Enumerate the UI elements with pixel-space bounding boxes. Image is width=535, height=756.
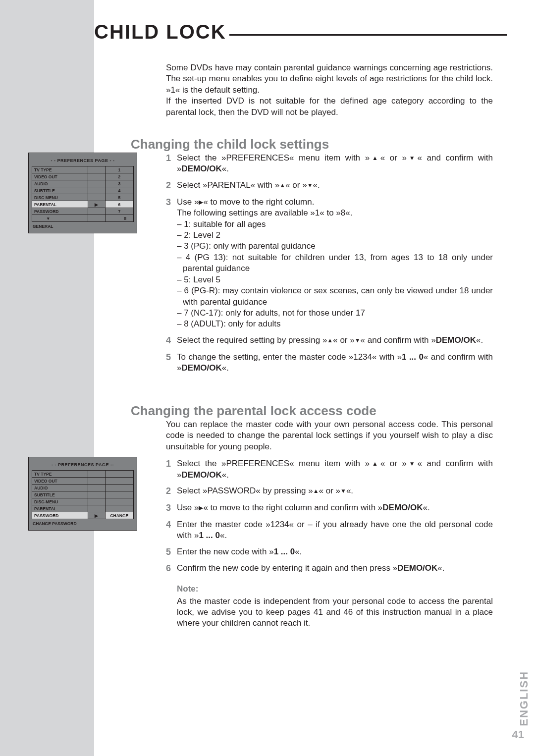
level-desc: – 3 (PG): only with parental guidance	[177, 241, 493, 252]
osd-selected-row: PASSWORD	[32, 512, 88, 519]
up-icon	[370, 459, 380, 468]
step-num: 1	[166, 458, 177, 481]
section-change-settings: 1 Select the »PREFERENCES« menu item wit…	[166, 153, 493, 379]
page-title-text: CHILD LOCK	[94, 21, 226, 43]
page-number: 41	[512, 728, 524, 741]
level-desc: – 8 (ADULT): only for adults	[177, 319, 493, 329]
step-body: Select »PARENTAL« with »« or »«.	[177, 180, 493, 192]
step-body: Select the »PREFERENCES« menu item with …	[177, 458, 493, 481]
step-num: 1	[166, 153, 177, 175]
step-num: 5	[166, 352, 177, 374]
osd-selected-row: PARENTAL	[32, 201, 88, 208]
step-body: Select the »PREFERENCES« menu item with …	[177, 153, 493, 175]
step-num: 2	[166, 180, 177, 192]
up-icon	[370, 153, 380, 162]
osd-menu-table: TV TYPE VIDEO OUT AUDIO SUBTITLE DISC-ME…	[32, 470, 134, 519]
step-num: 2	[166, 486, 177, 497]
down-icon	[407, 459, 418, 468]
step-num: 3	[166, 197, 177, 330]
up-icon	[279, 180, 285, 190]
osd-menu-table: TV TYPE1 VIDEO OUT2 AUDIO3 SUBTITLE4 DIS…	[32, 166, 134, 222]
down-icon	[340, 486, 346, 495]
level-desc: – 6 (PG-R): may contain violence or sex …	[177, 285, 493, 308]
osd-header: - - PREFERENCES PAGE - -	[32, 156, 134, 166]
left-margin-bar	[0, 0, 94, 756]
heading-change-settings: Changing the child lock settings	[131, 137, 329, 152]
title-underline	[229, 34, 507, 36]
heading-change-code: Changing the parental lock access code	[131, 403, 376, 419]
up-icon	[327, 335, 333, 345]
section-change-code: You can replace the master code with you…	[166, 419, 493, 629]
level-desc: – 7 (NC-17): only for adults, not for th…	[177, 308, 493, 319]
step-body: Select »PASSWORD« by pressing »« or »«.	[177, 486, 493, 497]
note-label: Note:	[166, 584, 493, 594]
page-title: CHILD LOCK	[94, 21, 507, 43]
intro-p2: If the inserted DVD is not suitable for …	[166, 96, 493, 116]
osd-footer: CHANGE PASSWORD	[32, 519, 134, 527]
step-num: 4	[166, 335, 177, 347]
level-desc: – 5: Level 5	[177, 274, 493, 285]
step-body: Use »« to move to the right column. The …	[177, 197, 493, 330]
note-body: As the master code is independent from y…	[166, 596, 493, 629]
step-num: 5	[166, 546, 177, 558]
step-body: Use »« to move to the right column and c…	[177, 502, 493, 514]
language-tab: ENGLISH	[518, 671, 531, 726]
osd-preferences-password: - - PREFERENCES PAGE -- TV TYPE VIDEO OU…	[28, 457, 137, 531]
step-num: 4	[166, 519, 177, 541]
osd-preferences-parental: - - PREFERENCES PAGE - - TV TYPE1 VIDEO …	[28, 153, 137, 233]
step-body: Confirm the new code by entering it agai…	[177, 563, 493, 575]
step-body: To change the setting, enter the master …	[177, 352, 493, 374]
step-body: Enter the new code with »1 ... 0«.	[177, 546, 493, 558]
section2-intro: You can replace the master code with you…	[166, 419, 493, 452]
step-num: 3	[166, 502, 177, 514]
right-icon: ▶	[88, 512, 105, 519]
down-icon	[407, 153, 418, 162]
intro-p1: Some DVDs have may contain parental guid…	[166, 63, 493, 95]
osd-footer: GENERAL	[32, 222, 134, 230]
step-body: Select the required setting by pressing …	[177, 335, 493, 347]
down-icon	[355, 335, 361, 345]
intro-block: Some DVDs have may contain parental guid…	[166, 62, 493, 139]
level-desc: – 4 (PG 13): not suitable for children u…	[177, 252, 493, 274]
level-desc: – 1: suitable for all ages	[177, 219, 493, 230]
level-desc: – 2: Level 2	[177, 230, 493, 241]
step-num: 6	[166, 563, 177, 575]
step-body: Enter the master code »1234« or – if you…	[177, 519, 493, 541]
osd-header: - - PREFERENCES PAGE --	[32, 460, 134, 470]
down-icon	[307, 180, 313, 190]
up-icon	[313, 486, 319, 495]
right-icon: ▶	[88, 201, 105, 208]
down-icon: ▼	[32, 215, 88, 222]
